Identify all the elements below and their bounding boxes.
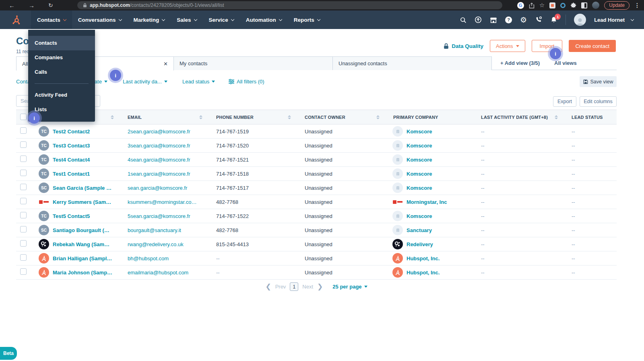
settings-gear-icon[interactable]: ⚙	[520, 16, 527, 24]
email-link[interactable]: sean.garcia@komscore.fr	[128, 185, 187, 191]
company-link[interactable]: Redelivery	[407, 241, 433, 247]
extension-pencil-icon[interactable]	[549, 2, 555, 8]
dropdown-item-companies[interactable]: Companies	[28, 50, 95, 65]
browser-back-icon[interactable]: ←	[9, 2, 15, 8]
company-link[interactable]: Hubspot, Inc.	[407, 255, 440, 261]
info-marker[interactable]: i	[29, 112, 40, 124]
nav-menu-marketing[interactable]: Marketing	[128, 10, 171, 29]
contact-name-link[interactable]: Santiago Bourgault (…	[53, 227, 109, 233]
nav-menu-service[interactable]: Service	[203, 10, 240, 29]
filter-lead-status[interactable]: Lead status	[182, 79, 215, 85]
per-page-selector[interactable]: 25 per page	[332, 284, 367, 290]
nav-menu-automation[interactable]: Automation	[240, 10, 288, 29]
nav-menu-contacts[interactable]: Contacts	[31, 10, 72, 29]
company-link[interactable]: Komscore	[407, 171, 432, 177]
row-checkbox[interactable]	[20, 170, 27, 176]
row-checkbox[interactable]	[20, 268, 27, 275]
create-contact-button[interactable]: Create contact	[569, 40, 616, 52]
contact-name-link[interactable]: Brian Halligan (Sampl…	[53, 255, 112, 261]
email-link[interactable]: 4sean.garcia@komscore.fr	[128, 157, 190, 163]
notifications-bell-icon[interactable]: 1	[550, 16, 557, 23]
current-page-number[interactable]: 1	[290, 282, 298, 291]
nav-menu-reports[interactable]: Reports	[288, 10, 326, 29]
email-link[interactable]: emailmaria@hubspot.com	[128, 270, 188, 276]
view-tab-my-contacts[interactable]: My contacts	[174, 56, 333, 70]
company-link[interactable]: Komscore	[407, 143, 432, 149]
row-checkbox[interactable]	[20, 254, 27, 261]
sort-icon[interactable]	[288, 115, 291, 119]
company-link[interactable]: Hubspot, Inc.	[407, 270, 440, 276]
contact-name-link[interactable]: Test1 Contact1	[53, 171, 90, 177]
email-link[interactable]: 3sean.garcia@komscore.fr	[128, 143, 190, 149]
company-link[interactable]: Morningstar, Inc	[407, 199, 447, 205]
help-icon[interactable]: ?	[505, 17, 512, 23]
account-menu[interactable]: Lead Hornet	[594, 17, 634, 23]
next-page-button[interactable]: Next	[302, 284, 313, 290]
email-link[interactable]: 2sean.garcia@komscore.fr	[128, 129, 190, 135]
side-panel-icon[interactable]	[581, 2, 587, 8]
row-checkbox[interactable]	[20, 212, 27, 218]
contact-name-link[interactable]: Test5 Contact5	[53, 213, 90, 219]
google-icon[interactable]: G	[517, 2, 524, 9]
company-link[interactable]: Komscore	[407, 213, 432, 219]
all-filters-button[interactable]: All filters (0)	[229, 79, 264, 85]
contact-name-link[interactable]: Maria Johnson (Samp…	[53, 270, 112, 276]
row-checkbox[interactable]	[20, 127, 27, 134]
bookmark-star-icon[interactable]: ☆	[539, 2, 545, 9]
company-link[interactable]: Sanctuary	[407, 227, 432, 233]
dropdown-item-activity-feed[interactable]: Activity Feed	[28, 88, 95, 102]
select-all-checkbox[interactable]	[20, 114, 27, 120]
nav-menu-sales[interactable]: Sales	[171, 10, 202, 29]
browser-forward-icon[interactable]: →	[29, 2, 35, 8]
email-link[interactable]: bourgault@sanctuary.it	[128, 227, 181, 233]
view-tab-unassigned-contacts[interactable]: Unassigned contacts	[333, 56, 492, 70]
dropdown-item-calls[interactable]: Calls	[28, 65, 95, 79]
calling-phone-icon[interactable]	[535, 16, 542, 23]
sort-icon[interactable]	[199, 115, 202, 119]
page-prev-chevron-icon[interactable]: ❮	[265, 283, 271, 290]
company-link[interactable]: Komscore	[407, 157, 432, 163]
search-icon[interactable]	[460, 17, 466, 23]
row-checkbox[interactable]	[20, 240, 27, 247]
contact-name-link[interactable]: Test4 Contact4	[53, 157, 90, 163]
address-bar[interactable]: app.hubspot.com/contacts/24278205/object…	[77, 1, 502, 9]
contact-name-link[interactable]: Sean Garcia (Sample …	[53, 185, 111, 191]
row-checkbox[interactable]	[20, 184, 27, 190]
add-view-link[interactable]: + Add view (3/5)	[500, 60, 540, 66]
contact-name-link[interactable]: Rebekah Wang (Sam…	[53, 241, 109, 247]
company-link[interactable]: Komscore	[407, 129, 432, 135]
export-button[interactable]: Export	[553, 96, 576, 107]
info-marker[interactable]: i	[550, 48, 561, 59]
user-avatar[interactable]	[574, 14, 586, 26]
filter-last-activity-da[interactable]: Last activity da...	[123, 79, 167, 85]
row-checkbox[interactable]	[20, 141, 27, 148]
browser-reload-icon[interactable]: ↻	[48, 2, 53, 8]
email-link[interactable]: bh@hubspot.com	[128, 255, 169, 261]
row-checkbox[interactable]	[20, 198, 27, 204]
browser-menu-icon[interactable]: ⋮	[634, 2, 640, 8]
company-link[interactable]: Komscore	[407, 185, 432, 191]
prev-page-button[interactable]: Prev	[275, 284, 286, 290]
upgrade-icon[interactable]	[475, 16, 482, 23]
contact-name-link[interactable]: Test2 Contact2	[53, 129, 90, 135]
email-link[interactable]: rwang@redelivery.co.uk	[128, 241, 184, 247]
email-link[interactable]: 1sean.garcia@komscore.fr	[128, 171, 190, 177]
row-checkbox[interactable]	[20, 226, 27, 232]
page-next-chevron-icon[interactable]: ❯	[317, 283, 323, 290]
actions-button[interactable]: Actions	[490, 40, 525, 52]
sort-icon[interactable]	[111, 115, 114, 119]
contact-name-link[interactable]: Test3 Contact3	[53, 143, 90, 149]
nav-menu-conversations[interactable]: Conversations	[72, 10, 128, 29]
browser-update-button[interactable]: Update	[604, 1, 630, 10]
extension-ring-icon[interactable]	[560, 3, 566, 8]
row-checkbox[interactable]	[20, 156, 27, 162]
sort-icon[interactable]	[376, 115, 380, 119]
marketplace-icon[interactable]	[490, 17, 497, 23]
close-icon[interactable]: ✕	[163, 61, 168, 67]
save-view-button[interactable]: Save view	[580, 76, 617, 87]
extensions-puzzle-icon[interactable]	[570, 2, 576, 8]
email-link[interactable]: ksummers@morningstar.co…	[128, 199, 196, 205]
email-link[interactable]: 5sean.garcia@komscore.fr	[128, 213, 190, 219]
share-icon[interactable]	[529, 2, 535, 8]
edit-columns-button[interactable]: Edit columns	[580, 96, 617, 107]
